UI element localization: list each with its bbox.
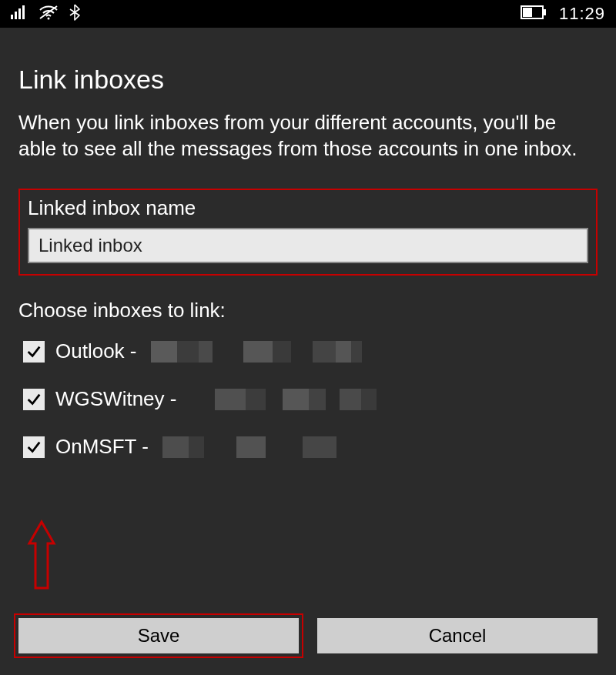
battery-icon [521,5,547,23]
inbox-label: OnMSFT - [55,435,149,459]
linked-inbox-name-label: Linked inbox name [28,196,588,220]
svg-rect-3 [22,5,25,19]
svg-rect-1 [15,12,17,19]
signal-icon [11,5,28,23]
clock-text: 11:29 [559,4,605,24]
annotation-arrow-icon [25,519,59,596]
choose-inboxes-label: Choose inboxes to link: [18,299,598,322]
redacted-email [151,341,362,363]
inbox-item-onmsft[interactable]: OnMSFT - [23,435,598,459]
bluetooth-icon [69,4,80,25]
linked-inbox-name-input[interactable] [28,228,588,263]
wifi-icon [38,5,59,24]
svg-rect-2 [18,8,21,19]
save-button[interactable]: Save [18,618,299,653]
inbox-label: Outlook - [55,339,137,363]
inbox-item-outlook[interactable]: Outlook - [23,339,598,364]
inbox-list: Outlook - WGSWitney - [18,339,598,459]
svg-rect-8 [523,8,532,17]
checkbox-icon[interactable] [23,341,45,363]
svg-rect-0 [11,15,13,19]
svg-rect-7 [544,9,546,15]
page-description: When you link inboxes from your differen… [18,110,598,162]
redacted-email [215,389,377,410]
checkbox-icon[interactable] [23,436,45,458]
inbox-label: WGSWitney - [55,387,176,411]
page-title: Link inboxes [18,65,598,95]
redacted-email [162,436,336,458]
linked-inbox-name-group: Linked inbox name [18,189,598,276]
status-bar: 11:29 [0,0,616,28]
inbox-item-wgswitney[interactable]: WGSWitney - [23,387,598,412]
cancel-button[interactable]: Cancel [317,618,598,653]
checkbox-icon[interactable] [23,389,45,410]
svg-point-4 [48,17,50,19]
